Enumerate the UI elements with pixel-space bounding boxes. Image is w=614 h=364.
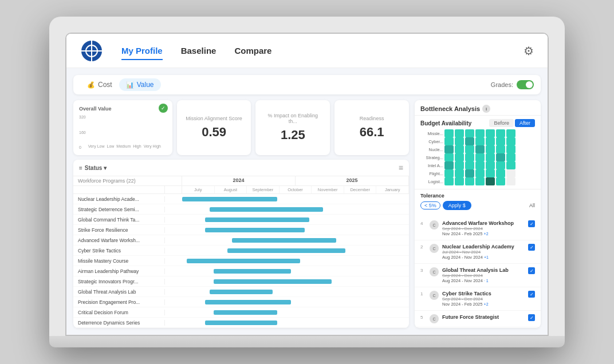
table-row: Global Threat Analysis Lab [73,287,409,297]
prog-checkbox[interactable]: ✓ [528,244,535,251]
heatmap-cell [475,129,485,137]
list-item: 4 C Advanced Warfare Workshop Sep 2024 -… [415,217,541,240]
prog-info: Future Force Strategist [442,314,525,320]
heatmap-cell [506,169,515,177]
heatmap-cell [486,169,495,177]
gantt-year-2024: 2024 [182,176,296,185]
all-button[interactable]: All [529,203,535,208]
bar-item: High [133,143,141,148]
task-bars-area [182,204,409,215]
prog-info: Global Threat Analysis Lab Sep 2024 - De… [442,267,525,283]
heatmap-label: Nucle... [420,147,443,152]
tab-value[interactable]: 📊 Value [119,78,161,91]
heatmap-cell [455,129,464,137]
after-button[interactable]: After [515,119,535,127]
prog-number: 3 [420,268,426,273]
bar-label: Very Low [88,144,105,148]
y-label-bot: 0 [79,145,86,149]
prog-checkbox[interactable]: ✓ [528,267,535,274]
task-bars-area [182,225,409,235]
nav-compare[interactable]: Compare [234,43,271,58]
budget-avail-title: Budget Availability [420,120,471,126]
table-row: Nuclear Leadership Acade... [73,194,409,204]
grades-toggle-switch[interactable] [517,80,534,89]
settings-icon[interactable]: ⚙ [524,44,534,58]
prog-number: 5 [420,315,426,320]
heatmap-cell [465,153,474,161]
gantt-months-header-row: JulyAugustSeptemberOctoberNovemberDecemb… [73,186,409,194]
check-badge: ✓ [159,104,168,113]
task-name: Global Threat Analysis Lab [73,289,165,295]
prog-icon: C [430,267,439,276]
heatmap-cell [496,177,505,185]
heatmap-label: Cyber... [420,139,443,144]
bar-label: Low [107,144,114,148]
bottleneck-header: Bottleneck Analysis i [415,100,541,116]
list-item: 2 C Nuclear Leadership Academy Jul 2024 … [415,240,541,264]
task-name: Precision Engagement Pro... [73,299,165,305]
task-bar [227,248,345,253]
task-bars-area [182,266,409,276]
heatmap-row: Cyber... [420,137,535,145]
prog-icon: C [430,220,439,230]
tolerance-row: < 5% Apply $ All [420,201,535,210]
task-bars-area [182,246,409,256]
gantt-month: January [376,186,409,193]
prog-info: Cyber Strike Tactics Sep 2024 - Dec 2024… [442,291,525,307]
task-name: Global Command Think Ta... [73,217,165,223]
heatmap-cells [444,129,535,137]
task-bar [214,279,332,284]
gantt-menu-icon[interactable]: ≡ [399,163,403,172]
heatmap-row: Missle... [420,129,535,137]
task-bar [210,207,323,212]
heatmap-row: Strateg... [420,153,535,161]
prog-name: Cyber Strike Tactics [442,291,525,296]
overall-value-chart: ✓ Overall Value 320 160 0 [73,100,172,155]
gantt-month: August [215,186,247,193]
y-label-top: 320 [79,115,86,119]
chart-title: Overall Value [79,106,167,112]
nav-my-profile[interactable]: My Profile [121,43,163,58]
task-name: Strategic Innovators Progr... [73,279,165,284]
nav-baseline[interactable]: Baseline [181,43,217,58]
heatmap-cell [496,169,505,177]
prog-info: Nuclear Leadership Academy Jul 2024 - No… [442,244,525,260]
tab-cost[interactable]: 💰 Cost [80,78,119,91]
mission-alignment-value: 0.59 [202,125,226,140]
bar-label: Very High [144,144,161,148]
gantt-months-cells: JulyAugustSeptemberOctoberNovemberDecemb… [182,186,409,193]
table-row: Strike Force Resilience [73,225,409,235]
prog-checkbox[interactable]: ✓ [528,220,535,227]
heatmap-cell [444,145,454,153]
budget-availability-section: Budget Availability Before After Missle.… [415,116,541,189]
list-item: 1 C Cyber Strike Tactics Sep 2024 - Dec … [415,287,541,311]
bottleneck-info-icon[interactable]: i [482,105,490,113]
heatmap-row: Flight... [420,169,535,177]
value-icon: 📊 [126,81,134,89]
prog-checkbox[interactable]: ✓ [528,314,535,321]
table-row: Missile Mastery Course [73,256,409,266]
heatmap-cell [486,153,495,161]
prog-icon: C [430,314,439,323]
heatmap-cell [444,153,454,161]
bar-label: High [133,144,141,148]
prog-checkbox[interactable]: ✓ [528,291,535,298]
y-axis: 320 160 0 [79,115,86,149]
table-row: Airman Leadership Pathway [73,266,409,276]
table-row: Precision Engagement Pro... [73,297,409,307]
task-name: Strategic Deterrence Semi... [73,207,165,212]
tolerance-tag[interactable]: < 5% [420,201,440,209]
apply-button[interactable]: Apply $ [443,201,471,210]
bars-container: Very Low Low Medium High Very High [88,115,161,149]
tab-value-label: Value [137,81,154,89]
header: My Profile Baseline Compare ⚙ [66,34,548,68]
heatmap-cell [506,137,515,145]
before-button[interactable]: Before [489,119,514,127]
heatmap-row: Logist... [420,177,535,185]
heatmap-container: Missle...Cyber...Nucle...Strateg...Intel… [420,129,535,185]
heatmap-cell [506,153,515,161]
status-button[interactable]: ≡ Status ▾ [79,165,107,171]
gantt-month: October [280,186,312,193]
tabs-row: 💰 Cost 📊 Value Grades: [73,75,541,94]
tolerance-header: Tolerance [420,193,535,199]
